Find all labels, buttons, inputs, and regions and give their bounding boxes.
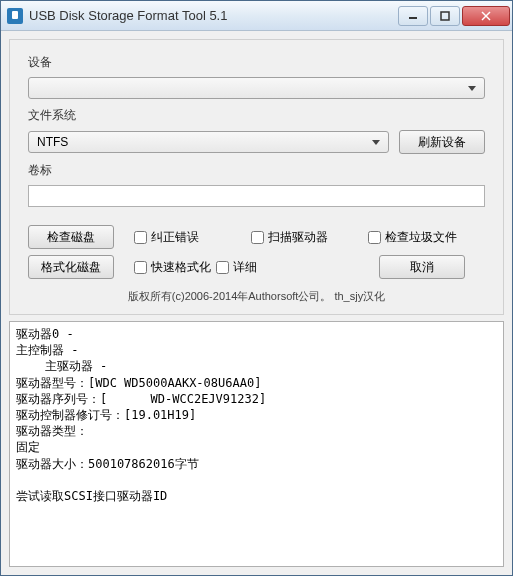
app-window: USB Disk Storage Format Tool 5.1 设备 文件系统	[0, 0, 513, 576]
refresh-button[interactable]: 刷新设备	[399, 130, 485, 154]
filesystem-combo[interactable]: NTFS	[28, 131, 389, 153]
scan-drive-checkbox[interactable]	[251, 231, 264, 244]
correct-errors-label: 纠正错误	[151, 229, 199, 246]
maximize-button[interactable]	[430, 6, 460, 26]
check-junk-label: 检查垃圾文件	[385, 229, 457, 246]
filesystem-label: 文件系统	[28, 107, 485, 124]
quick-format-check[interactable]: 快速格式化	[134, 259, 216, 276]
volumelabel-label: 卷标	[28, 162, 485, 179]
client-area: 设备 文件系统 NTFS 刷新设备 卷标 检查磁盘	[1, 31, 512, 575]
verbose-label: 详细	[233, 259, 257, 276]
formatdisk-button[interactable]: 格式化磁盘	[28, 255, 114, 279]
close-icon	[481, 11, 491, 21]
copyright-text: 版权所有(c)2006-2014年Authorsoft公司。 th_sjy汉化	[28, 289, 485, 304]
correct-errors-check[interactable]: 纠正错误	[134, 229, 251, 246]
scan-drive-check[interactable]: 扫描驱动器	[251, 229, 368, 246]
close-button[interactable]	[462, 6, 510, 26]
filesystem-combo-value: NTFS	[37, 135, 68, 149]
quick-format-label: 快速格式化	[151, 259, 211, 276]
minimize-icon	[408, 11, 418, 21]
app-icon	[7, 8, 23, 24]
quick-format-checkbox[interactable]	[134, 261, 147, 274]
checkdisk-button[interactable]: 检查磁盘	[28, 225, 114, 249]
window-controls	[398, 6, 510, 26]
verbose-checkbox[interactable]	[216, 261, 229, 274]
svg-rect-1	[441, 12, 449, 20]
log-output[interactable]: 驱动器0 - 主控制器 - 主驱动器 - 驱动器型号：[WDC WD5000AA…	[9, 321, 504, 567]
device-combo[interactable]	[28, 77, 485, 99]
minimize-button[interactable]	[398, 6, 428, 26]
correct-errors-checkbox[interactable]	[134, 231, 147, 244]
verbose-check[interactable]: 详细	[216, 259, 298, 276]
device-label: 设备	[28, 54, 485, 71]
check-junk-check[interactable]: 检查垃圾文件	[368, 229, 485, 246]
check-row-2: 格式化磁盘 快速格式化 详细 取消	[28, 255, 485, 279]
maximize-icon	[440, 11, 450, 21]
check-row-1: 检查磁盘 纠正错误 扫描驱动器 检查垃圾文件	[28, 225, 485, 249]
titlebar[interactable]: USB Disk Storage Format Tool 5.1	[1, 1, 512, 31]
cancel-button[interactable]: 取消	[379, 255, 465, 279]
main-panel: 设备 文件系统 NTFS 刷新设备 卷标 检查磁盘	[9, 39, 504, 315]
window-title: USB Disk Storage Format Tool 5.1	[29, 8, 398, 23]
scan-drive-label: 扫描驱动器	[268, 229, 328, 246]
volumelabel-input[interactable]	[28, 185, 485, 207]
check-junk-checkbox[interactable]	[368, 231, 381, 244]
